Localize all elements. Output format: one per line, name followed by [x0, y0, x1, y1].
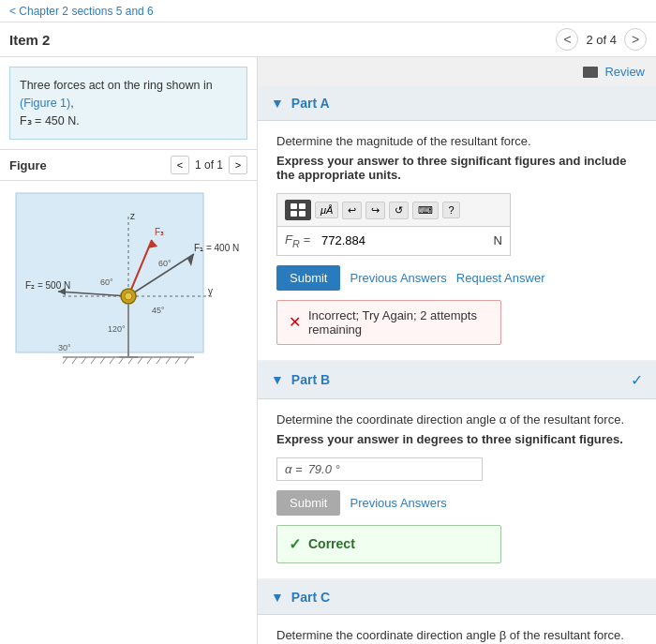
svg-line-7 [110, 357, 114, 364]
part-a-toolbar: μÅ ↩ ↪ ↺ ⌨ ? [276, 193, 511, 226]
part-c-header[interactable]: ▼ Part C [258, 580, 656, 615]
part-c-section: ▼ Part C Determine the coordinate direct… [258, 580, 656, 644]
part-a-result-banner: ✕ Incorrect; Try Again; 2 attempts remai… [276, 300, 501, 345]
figure-link[interactable]: (Figure 1) [20, 97, 70, 110]
correct-icon: ✓ [289, 535, 301, 553]
part-b-answer-label: α = [285, 462, 303, 476]
svg-text:45°: 45° [152, 306, 165, 315]
figure-header: Figure < 1 of 1 > [0, 149, 257, 181]
svg-line-3 [72, 357, 77, 364]
right-panel: Review ▼ Part A Determine the magnitude … [258, 57, 656, 644]
keyboard-button[interactable]: ⌨ [412, 202, 439, 219]
part-a-submit-row: Submit Previous Answers Request Answer [276, 265, 637, 291]
part-a-answer-unit: N [486, 228, 510, 253]
pagination-controls: < 2 of 4 > [556, 28, 647, 51]
figure-next-button[interactable]: > [229, 156, 247, 174]
reset-button[interactable]: ↺ [389, 202, 409, 219]
page-title: Item 2 [9, 32, 50, 48]
part-a-submit-button[interactable]: Submit [276, 265, 340, 291]
part-b-arrow: ▼ [271, 372, 284, 387]
svg-line-6 [100, 357, 105, 364]
figure-nav: < 1 of 1 > [171, 156, 247, 174]
part-a-content: Determine the magnitude of the resultant… [258, 121, 656, 360]
redo-button[interactable]: ↪ [365, 202, 385, 219]
figure-section: Figure < 1 of 1 > [0, 149, 257, 368]
part-c-instruction: Determine the coordinate direction angle… [276, 628, 637, 642]
part-a-instruction: Determine the magnitude of the resultant… [276, 134, 637, 148]
header-bar: Item 2 < 2 of 4 > [0, 22, 656, 57]
part-b-result-banner: ✓ Correct [276, 525, 501, 563]
part-a-section: ▼ Part A Determine the magnitude of the … [258, 86, 656, 360]
incorrect-icon: ✕ [289, 313, 301, 331]
svg-line-12 [157, 357, 161, 364]
part-a-express: Express your answer to three significant… [276, 154, 637, 182]
svg-line-10 [138, 357, 142, 364]
part-a-action-links: Previous Answers Request Answer [350, 271, 544, 285]
part-b-prev-answers-link[interactable]: Previous Answers [350, 496, 446, 510]
part-b-content: Determine the coordinate direction angle… [258, 399, 656, 578]
part-a-answer-row: FR = N [276, 226, 511, 256]
svg-rect-39 [299, 203, 306, 209]
part-a-title: Part A [291, 96, 330, 111]
svg-text:120°: 120° [108, 324, 126, 334]
figure-title: Figure [9, 158, 47, 172]
problem-statement: Three forces act on the ring shown in (F… [9, 67, 247, 140]
svg-line-2 [63, 357, 67, 364]
next-page-button[interactable]: > [624, 28, 647, 51]
svg-rect-40 [291, 211, 297, 217]
part-a-arrow: ▼ [271, 96, 284, 111]
svg-line-14 [175, 357, 180, 364]
part-b-express: Express your answer in degrees to three … [276, 432, 637, 446]
part-c-content: Determine the coordinate direction angle… [258, 615, 656, 644]
part-a-result-text: Incorrect; Try Again; 2 attempts remaini… [308, 308, 489, 337]
svg-text:F₃: F₃ [155, 227, 164, 237]
part-b-answer-row: α = 79.0 ° [276, 457, 483, 481]
mu-button[interactable]: μÅ [315, 202, 338, 218]
grid-icon [285, 200, 311, 220]
part-b-header[interactable]: ▼ Part B ✓ [258, 362, 656, 399]
svg-line-5 [91, 357, 96, 364]
svg-text:60°: 60° [158, 259, 171, 268]
part-a-request-answer-link[interactable]: Request Answer [456, 271, 545, 285]
prev-page-button[interactable]: < [556, 28, 578, 51]
force-diagram-svg: z y F₃ F₁ = 400 N 60° F₂ = 500 N 60° [7, 184, 250, 367]
part-c-arrow: ▼ [271, 590, 284, 605]
part-b-submit-button[interactable]: Submit [276, 490, 340, 516]
figure-prev-button[interactable]: < [171, 156, 189, 174]
review-icon [583, 67, 598, 78]
problem-equation: F₃ = 450 N. [20, 114, 80, 127]
part-a-answer-label: FR = [277, 227, 318, 255]
pagination-text: 2 of 4 [586, 33, 617, 47]
svg-line-13 [166, 357, 171, 364]
review-link[interactable]: Review [583, 65, 645, 79]
left-panel: Three forces act on the ring shown in (F… [0, 57, 258, 644]
svg-text:F₁ = 400 N: F₁ = 400 N [194, 243, 239, 253]
svg-line-9 [128, 357, 133, 364]
svg-text:30°: 30° [58, 343, 71, 352]
part-b-instruction: Determine the coordinate direction angle… [276, 412, 637, 427]
part-a-header[interactable]: ▼ Part A [258, 86, 656, 121]
part-c-title: Part C [291, 590, 330, 605]
svg-line-15 [185, 357, 189, 364]
part-b-action-links: Previous Answers [350, 496, 446, 510]
svg-line-11 [147, 357, 152, 364]
svg-text:z: z [130, 211, 135, 221]
svg-line-4 [82, 357, 86, 364]
undo-button[interactable]: ↩ [342, 202, 362, 219]
help-button[interactable]: ? [442, 202, 459, 218]
main-layout: Three forces act on the ring shown in (F… [0, 57, 656, 644]
figure-page: 1 of 1 [195, 158, 223, 172]
svg-text:y: y [208, 286, 213, 296]
breadcrumb: < Chapter 2 sections 5 and 6 [0, 0, 656, 22]
chapter-link[interactable]: < Chapter 2 sections 5 and 6 [9, 5, 154, 18]
part-a-answer-input[interactable] [318, 230, 486, 251]
svg-rect-38 [291, 203, 297, 209]
part-a-prev-answers-link[interactable]: Previous Answers [350, 271, 446, 285]
svg-text:60°: 60° [100, 277, 113, 287]
problem-text-before: Three forces act on the ring shown in [20, 79, 213, 92]
part-b-title: Part B [291, 372, 330, 387]
part-b-submit-row: Submit Previous Answers [276, 490, 637, 516]
review-bar: Review [258, 57, 656, 86]
part-b-section: ▼ Part B ✓ Determine the coordinate dire… [258, 362, 656, 578]
svg-line-8 [119, 357, 124, 364]
